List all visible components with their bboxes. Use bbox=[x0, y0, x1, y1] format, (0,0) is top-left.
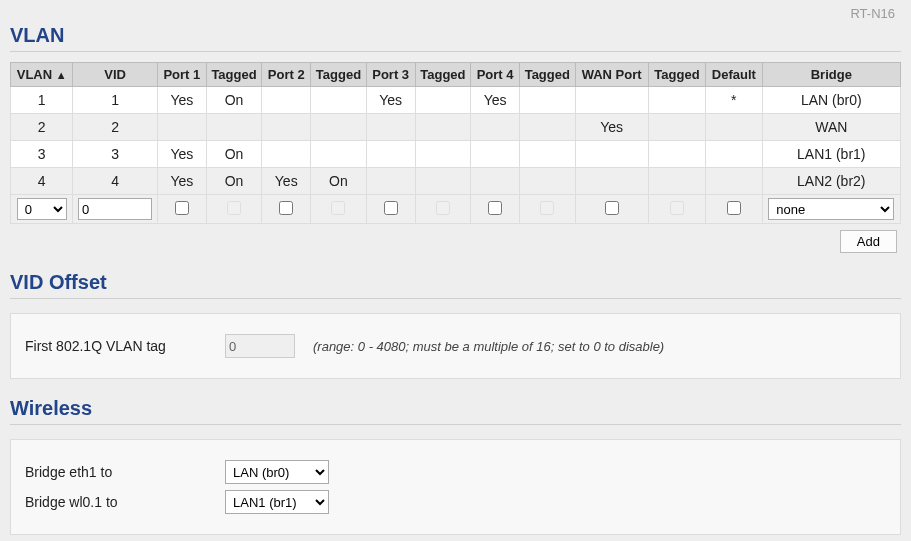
tag1-checkbox bbox=[227, 201, 241, 215]
port1-checkbox[interactable] bbox=[175, 201, 189, 215]
col-tag4[interactable]: Tagged bbox=[520, 63, 575, 87]
cell-tag4 bbox=[520, 114, 575, 141]
cell-port4 bbox=[471, 114, 520, 141]
cell-tag2: On bbox=[311, 168, 366, 195]
table-row[interactable]: 44YesOnYesOnLAN2 (br2) bbox=[11, 168, 901, 195]
wireless-label: Bridge wl0.1 to bbox=[25, 494, 225, 510]
col-tag3[interactable]: Tagged bbox=[415, 63, 470, 87]
sort-asc-icon: ▲ bbox=[56, 69, 67, 81]
cell-port3: Yes bbox=[366, 87, 415, 114]
cell-port3 bbox=[366, 114, 415, 141]
cell-def bbox=[706, 141, 762, 168]
cell-tag1: On bbox=[206, 87, 261, 114]
col-vlan-label: VLAN bbox=[17, 67, 52, 82]
cell-port3 bbox=[366, 141, 415, 168]
cell-vlan: 3 bbox=[11, 141, 73, 168]
default-checkbox[interactable] bbox=[727, 201, 741, 215]
offset-input[interactable] bbox=[225, 334, 295, 358]
cell-vid: 4 bbox=[73, 168, 157, 195]
col-tag2[interactable]: Tagged bbox=[311, 63, 366, 87]
vlan-table: VLAN ▲ VID Port 1 Tagged Port 2 Tagged P… bbox=[10, 62, 901, 224]
col-port2[interactable]: Port 2 bbox=[262, 63, 311, 87]
cell-vid: 2 bbox=[73, 114, 157, 141]
tag2-checkbox bbox=[331, 201, 345, 215]
tag3-checkbox bbox=[436, 201, 450, 215]
col-def[interactable]: Default bbox=[706, 63, 762, 87]
cell-tag3 bbox=[415, 141, 470, 168]
col-wantag[interactable]: Tagged bbox=[648, 63, 705, 87]
offset-label: First 802.1Q VLAN tag bbox=[25, 338, 225, 354]
cell-tag1: On bbox=[206, 168, 261, 195]
cell-tag2 bbox=[311, 114, 366, 141]
cell-bridge: WAN bbox=[762, 114, 900, 141]
cell-bridge: LAN (br0) bbox=[762, 87, 900, 114]
cell-tag4 bbox=[520, 87, 575, 114]
port3-checkbox[interactable] bbox=[384, 201, 398, 215]
cell-wantag bbox=[648, 114, 705, 141]
cell-tag3 bbox=[415, 87, 470, 114]
port2-checkbox[interactable] bbox=[279, 201, 293, 215]
table-row[interactable]: 22YesWAN bbox=[11, 114, 901, 141]
cell-def bbox=[706, 168, 762, 195]
vlan-select[interactable]: 0 bbox=[17, 198, 67, 220]
cell-tag4 bbox=[520, 168, 575, 195]
col-port3[interactable]: Port 3 bbox=[366, 63, 415, 87]
cell-wantag bbox=[648, 87, 705, 114]
cell-port1: Yes bbox=[157, 87, 206, 114]
section-vlan-title: VLAN bbox=[10, 24, 901, 52]
cell-tag2 bbox=[311, 141, 366, 168]
col-port4[interactable]: Port 4 bbox=[471, 63, 520, 87]
cell-port2 bbox=[262, 114, 311, 141]
cell-port4: Yes bbox=[471, 87, 520, 114]
col-port1[interactable]: Port 1 bbox=[157, 63, 206, 87]
cell-vlan: 4 bbox=[11, 168, 73, 195]
cell-port2 bbox=[262, 141, 311, 168]
cell-port4 bbox=[471, 168, 520, 195]
wireless-label: Bridge eth1 to bbox=[25, 464, 225, 480]
cell-vid: 1 bbox=[73, 87, 157, 114]
cell-port2: Yes bbox=[262, 168, 311, 195]
col-wan[interactable]: WAN Port bbox=[575, 63, 648, 87]
cell-vlan: 1 bbox=[11, 87, 73, 114]
add-button[interactable]: Add bbox=[840, 230, 897, 253]
cell-wantag bbox=[648, 141, 705, 168]
cell-tag2 bbox=[311, 87, 366, 114]
offset-panel: First 802.1Q VLAN tag (range: 0 - 4080; … bbox=[10, 313, 901, 379]
cell-bridge: LAN1 (br1) bbox=[762, 141, 900, 168]
cell-tag4 bbox=[520, 141, 575, 168]
cell-vlan: 2 bbox=[11, 114, 73, 141]
cell-port1: Yes bbox=[157, 141, 206, 168]
offset-hint: (range: 0 - 4080; must be a multiple of … bbox=[313, 339, 664, 354]
table-row[interactable]: 11YesOnYesYes*LAN (br0) bbox=[11, 87, 901, 114]
cell-port3 bbox=[366, 168, 415, 195]
wan-checkbox[interactable] bbox=[605, 201, 619, 215]
tag4-checkbox bbox=[540, 201, 554, 215]
col-vlan[interactable]: VLAN ▲ bbox=[11, 63, 73, 87]
cell-tag1: On bbox=[206, 141, 261, 168]
cell-wan bbox=[575, 87, 648, 114]
cell-wan bbox=[575, 141, 648, 168]
table-row[interactable]: 33YesOnLAN1 (br1) bbox=[11, 141, 901, 168]
vid-input[interactable] bbox=[78, 198, 152, 220]
wireless-bridge-select[interactable]: LAN1 (br1) bbox=[225, 490, 329, 514]
cell-port2 bbox=[262, 87, 311, 114]
cell-vid: 3 bbox=[73, 141, 157, 168]
cell-port4 bbox=[471, 141, 520, 168]
col-bridge[interactable]: Bridge bbox=[762, 63, 900, 87]
col-tag1[interactable]: Tagged bbox=[206, 63, 261, 87]
cell-def bbox=[706, 114, 762, 141]
wireless-row: Bridge eth1 toLAN (br0) bbox=[25, 460, 886, 484]
router-model: RT-N16 bbox=[850, 6, 895, 21]
wireless-row: Bridge wl0.1 toLAN1 (br1) bbox=[25, 490, 886, 514]
cell-wan bbox=[575, 168, 648, 195]
wireless-bridge-select[interactable]: LAN (br0) bbox=[225, 460, 329, 484]
bridge-select[interactable]: none bbox=[768, 198, 894, 220]
col-vid[interactable]: VID bbox=[73, 63, 157, 87]
port4-checkbox[interactable] bbox=[488, 201, 502, 215]
section-offset-title: VID Offset bbox=[10, 271, 901, 299]
cell-def: * bbox=[706, 87, 762, 114]
cell-wan: Yes bbox=[575, 114, 648, 141]
wireless-panel: Bridge eth1 toLAN (br0)Bridge wl0.1 toLA… bbox=[10, 439, 901, 535]
wantag-checkbox bbox=[670, 201, 684, 215]
section-wireless-title: Wireless bbox=[10, 397, 901, 425]
